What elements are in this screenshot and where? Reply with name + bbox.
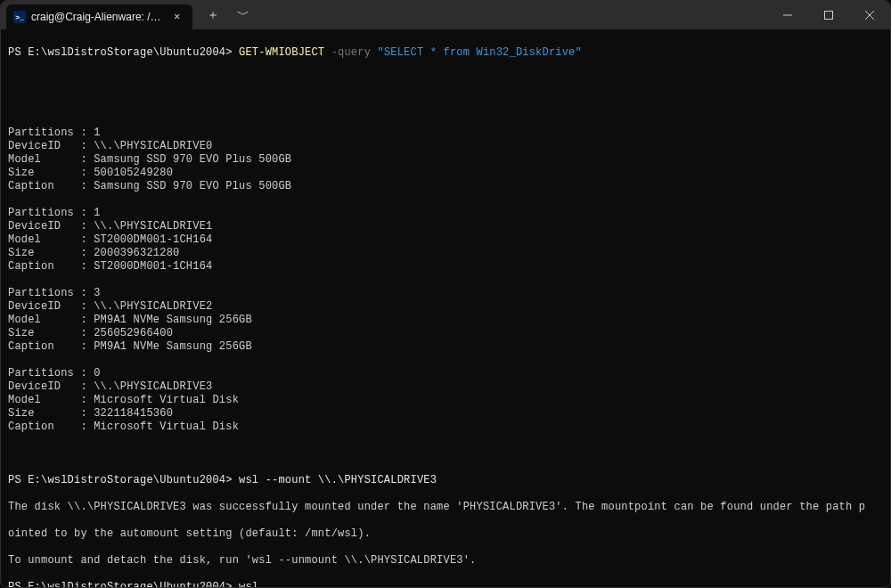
mount-message: To unmount and detach the disk, run 'wsl… [8, 554, 883, 568]
titlebar: >_ craig@Craig-Alienware: /mnt/v ✕ ＋ ﹀ [1, 1, 890, 29]
wmi-row: Model : Samsung SSD 970 EVO Plus 500GB [8, 153, 883, 167]
wmi-row: Size : 256052966400 [8, 327, 883, 340]
wmi-row: DeviceID : \\.\PHYSICALDRIVE3 [8, 380, 883, 394]
wmi-output: Partitions : 1DeviceID : \\.\PHYSICALDRI… [8, 127, 883, 434]
wmi-row: Size : 500105249280 [8, 167, 883, 180]
mount-message: ointed to by the automount setting (defa… [8, 527, 883, 541]
mount-message: The disk \\.\PHYSICALDRIVE3 was successf… [8, 501, 883, 514]
powershell-icon: >_ [13, 11, 26, 23]
wmi-row: Partitions : 1 [8, 127, 883, 140]
tab-strip: >_ craig@Craig-Alienware: /mnt/v ✕ ＋ ﹀ [1, 1, 258, 29]
wmi-row: Partitions : 0 [8, 367, 883, 380]
wmi-row: Caption : PM9A1 NVMe Samsung 256GB [8, 340, 883, 354]
wmi-row: Caption : Samsung SSD 970 EVO Plus 500GB [8, 180, 883, 193]
wmi-row: Partitions : 3 [8, 287, 883, 300]
wmi-row: Caption : Microsoft Virtual Disk [8, 421, 883, 434]
cmd-line-3: PS E:\wslDistroStorage\Ubuntu2004> wsl [8, 581, 883, 588]
wmi-row: Model : PM9A1 NVMe Samsung 256GB [8, 314, 883, 327]
svg-rect-1 [825, 12, 833, 20]
wmi-row: Partitions : 1 [8, 207, 883, 220]
cmd-line-2: PS E:\wslDistroStorage\Ubuntu2004> wsl -… [8, 474, 883, 487]
tab-title: craig@Craig-Alienware: /mnt/v [31, 11, 165, 24]
minimize-button[interactable] [767, 1, 808, 29]
tab-active[interactable]: >_ craig@Craig-Alienware: /mnt/v ✕ [6, 4, 192, 29]
new-tab-button[interactable]: ＋ [198, 4, 228, 28]
wmi-row: Model : ST2000DM001-1CH164 [8, 233, 883, 247]
wmi-row: DeviceID : \\.\PHYSICALDRIVE1 [8, 220, 883, 233]
wmi-row: DeviceID : \\.\PHYSICALDRIVE0 [8, 140, 883, 153]
maximize-button[interactable] [808, 1, 849, 29]
cmd-line-1: PS E:\wslDistroStorage\Ubuntu2004> GET-W… [8, 46, 883, 60]
wmi-row: Size : 322118415360 [8, 407, 883, 421]
wmi-row: Size : 2000396321280 [8, 247, 883, 260]
close-window-button[interactable] [849, 1, 890, 29]
window-controls [767, 1, 890, 29]
tab-dropdown-icon[interactable]: ﹀ [228, 4, 258, 28]
wmi-row: Caption : ST2000DM001-1CH164 [8, 260, 883, 274]
close-tab-icon[interactable]: ✕ [170, 9, 184, 26]
terminal-body[interactable]: PS E:\wslDistroStorage\Ubuntu2004> GET-W… [1, 29, 890, 588]
wmi-row: DeviceID : \\.\PHYSICALDRIVE2 [8, 300, 883, 314]
wmi-row: Model : Microsoft Virtual Disk [8, 394, 883, 407]
